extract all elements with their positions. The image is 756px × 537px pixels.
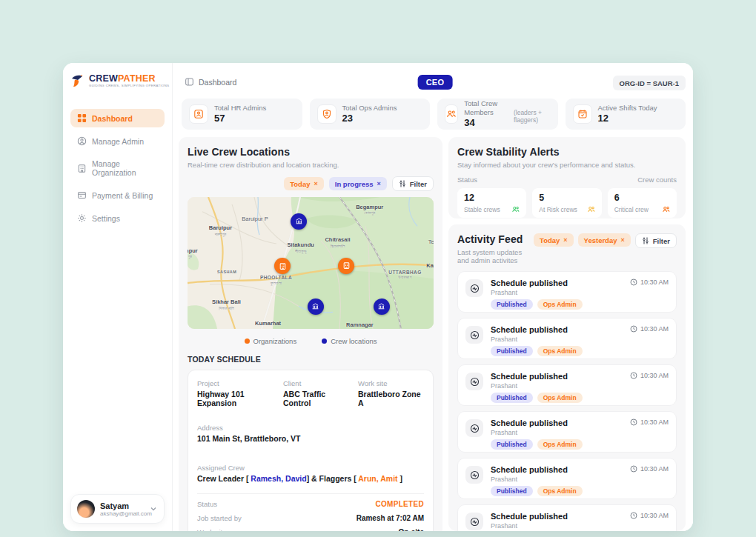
organization-icon	[342, 261, 351, 270]
assigned-crew-label: Assigned Crew	[197, 464, 424, 472]
crew-flaggers: Arun, Amit	[358, 474, 397, 483]
clock-icon	[630, 512, 637, 519]
activity-icon	[470, 377, 480, 387]
feed-actor: Prashant	[491, 522, 669, 530]
org-id-pill: ORG-ID = SAUR-1	[613, 76, 686, 90]
grid-icon	[77, 113, 87, 123]
chip-today[interactable]: Today×	[534, 233, 574, 247]
crew-location-marker[interactable]	[374, 298, 390, 315]
breadcrumb[interactable]: Dashboard	[185, 77, 236, 87]
panel-subtitle: Real-time crew distribution and location…	[188, 161, 434, 169]
close-icon[interactable]: ×	[377, 180, 381, 187]
today-schedule-card: Project Highway 101 Expansion Client ABC…	[188, 370, 434, 531]
project-label: Project	[197, 379, 280, 387]
chevron-down-icon[interactable]	[149, 504, 158, 513]
legend-crew-locations: Crew locations	[322, 337, 377, 345]
chip-label: Yesterday	[584, 236, 617, 244]
stat-note: (leaders + flaggers)	[514, 109, 551, 130]
stable-crews-card: 12 Stable crews	[457, 188, 526, 218]
crew-counts-label: Crew counts	[637, 176, 677, 184]
critical-crew-label: Critical crew	[614, 206, 649, 213]
at-risk-crews-icon	[587, 205, 595, 213]
sidebar-item-manage-admin[interactable]: Manage Admin	[70, 132, 165, 150]
crew-leaders: Ramesh, David	[251, 474, 306, 483]
sidebar-item-payment-billing[interactable]: Payment & Billing	[70, 186, 165, 204]
filter-button[interactable]: Filter	[392, 176, 434, 191]
crew-map[interactable]: Baruipur P Baruipurবারুইপুর Begampurবেগম…	[188, 197, 434, 329]
worksite-label: Work site	[358, 379, 424, 387]
feed-actor: Prashant	[491, 429, 669, 436]
stat-value: 12	[598, 113, 657, 124]
chip-in-progress[interactable]: In progress×	[329, 177, 387, 190]
worksite-mode-row: Work site On-site	[197, 528, 424, 531]
clock-icon	[630, 372, 637, 379]
close-icon[interactable]: ×	[563, 236, 567, 244]
feed-item[interactable]: Schedule published Prashant Published Op…	[457, 458, 677, 499]
legend-label: Crew locations	[331, 337, 377, 345]
billing-icon	[77, 190, 87, 200]
panel-title: Activity Feed	[457, 233, 529, 245]
organization-icon	[279, 262, 287, 270]
main-content: Dashboard CEO ORG-ID = SAUR-1 Total HR A…	[173, 63, 693, 531]
organization-marker[interactable]	[338, 258, 354, 274]
chip-yesterday[interactable]: Yesterday×	[578, 233, 631, 247]
address-label: Address	[197, 424, 424, 432]
stat-value: 23	[342, 113, 397, 124]
activity-icon	[470, 284, 480, 293]
map-label: UTTARBHAGউত্তরভাগ	[388, 270, 421, 280]
critical-crew-value: 6	[614, 193, 670, 203]
stat-value: 57	[214, 113, 266, 124]
client-label: Client	[283, 379, 355, 387]
legend-organizations: Organizations	[245, 337, 297, 345]
feed-item[interactable]: Schedule published Prashant Published Op…	[457, 411, 677, 453]
crew-location-marker[interactable]	[291, 213, 307, 230]
worksite-mode-label: Work site	[197, 528, 226, 531]
address-value: 101 Main St, Brattleboro, VT	[197, 434, 424, 443]
filter-button[interactable]: Filter	[635, 233, 677, 248]
building-icon	[77, 164, 87, 173]
sidebar-item-settings[interactable]: Settings	[70, 209, 165, 227]
panel-title: Live Crew Locations	[188, 146, 434, 158]
organization-marker[interactable]	[274, 258, 291, 274]
map-label: anpurপুর	[188, 248, 198, 260]
feed-item[interactable]: Schedule published Prashant Published Op…	[457, 271, 677, 313]
today-schedule-heading: TODAY SCHEDULE	[188, 355, 434, 364]
brand-name: CREWPATHER	[89, 74, 169, 84]
feed-item[interactable]: Schedule published Prashant Published Op…	[457, 318, 677, 359]
legend-label: Organizations	[253, 337, 297, 345]
map-label: SASHAM	[217, 270, 236, 274]
sidebar-item-manage-organization[interactable]: Manage Organization	[70, 155, 165, 181]
stable-crews-label: Stable crews	[464, 206, 500, 213]
filter-sliders-icon	[399, 180, 406, 187]
feed-item[interactable]: Schedule published Prashant Published Op…	[457, 504, 677, 531]
clock-icon	[630, 418, 637, 426]
status-value: COMPLETED	[376, 500, 424, 508]
map-label: Ramnagar	[346, 321, 374, 328]
close-icon[interactable]: ×	[621, 236, 625, 244]
map-label: Sitakunduসীতাকুন্ডু	[288, 243, 314, 255]
map-legend: Organizations Crew locations	[188, 337, 434, 345]
chip-label: In progress	[335, 180, 374, 188]
stable-crews-icon	[511, 205, 520, 213]
feed-item[interactable]: Schedule published Prashant Published Op…	[457, 364, 677, 406]
sidebar-item-label: Manage Organization	[92, 159, 158, 177]
app-window: CREWPATHER GUIDING CREWS, SIMPLIFYING OP…	[63, 63, 693, 531]
live-crew-locations-panel: Live Crew Locations Real-time crew distr…	[179, 137, 442, 531]
map-label: Baruipur P	[242, 216, 268, 223]
crew-location-marker[interactable]	[308, 298, 324, 315]
map-label: Chitrasaliছিতরাসালি	[325, 238, 350, 250]
sidebar-item-dashboard[interactable]: Dashboard	[70, 109, 165, 127]
blue-dot-icon	[322, 338, 327, 344]
stat-card-crew-members: Total Crew Members 34 (leaders + flagger…	[437, 99, 558, 130]
status-row: Status COMPLETED	[197, 500, 424, 508]
feed-actor: Prashant	[491, 476, 669, 483]
close-icon[interactable]: ×	[314, 180, 317, 187]
sidebar-toggle-icon[interactable]	[185, 77, 194, 87]
ops-admin-badge: Ops Admin	[537, 299, 583, 310]
map-label: Kumarhat	[255, 321, 281, 327]
user-profile-card[interactable]: Satyam akshay@gmail.com	[70, 494, 165, 524]
hr-admin-icon	[193, 109, 204, 119]
chip-today[interactable]: Today×	[284, 177, 324, 190]
crew-members-icon	[446, 109, 457, 119]
crewpather-logo-icon	[70, 73, 85, 88]
